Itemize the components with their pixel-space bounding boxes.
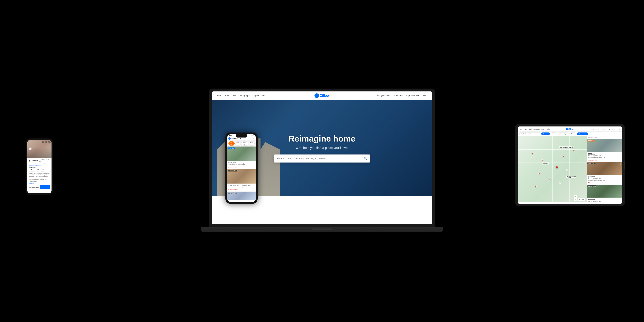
tablet-filter-row: 🔍 Portland, OR For sale Price Home type … (518, 132, 622, 136)
mobile-back-arrow[interactable]: ‹ (29, 148, 32, 150)
mobile-stat-num-0: 9 (29, 169, 34, 170)
mobile-heart-icon[interactable]: ♡ (44, 141, 47, 144)
mobile-share-icon[interactable]: ↑ (42, 141, 44, 144)
laptop-nav-mortgages[interactable]: Mortgages (240, 94, 250, 97)
laptop-nav-advertise[interactable]: Advertise (394, 94, 403, 97)
tablet-heart-icon-3[interactable]: ♡ (620, 186, 622, 188)
phone2-home-type-pill[interactable]: Home type (241, 141, 248, 146)
laptop-nav-help[interactable]: Help (422, 94, 427, 97)
phone2-days-badge-2: 1 day on Zillow (228, 170, 237, 172)
tablet-beds-1: 3 bd | 3 ba | 2,100 sqft (588, 155, 621, 156)
map-draw-button[interactable]: ✏ Draw (578, 198, 586, 201)
tab-agent[interactable]: Agent Finder (542, 128, 550, 130)
mobile-stats: 9 Days listed 5k Views 121 Saves (29, 169, 50, 172)
tablet-heart-icon-1[interactable]: ♡ (620, 140, 622, 142)
phone2-more-pill[interactable]: More (249, 141, 254, 146)
laptop-nav-buy[interactable]: Buy (217, 94, 220, 97)
tablet-body-content: Portland Government Island Happy Valley … (518, 136, 622, 202)
mobile-stat-days: 9 Days listed (29, 169, 34, 172)
mobile-stat-num-1: 5k (36, 169, 40, 170)
tablet-location-text[interactable]: Portland, OR (523, 133, 530, 134)
phone2-for-you-badge: FOR YOU (228, 148, 235, 149)
tablet-listing-img-2: 1 day on Zillow ♡ (587, 162, 622, 175)
tab-signin[interactable]: Sign in or Join (608, 128, 616, 130)
hero-search-button[interactable]: 🔍 (364, 157, 368, 160)
map-zoom-control[interactable]: + − (574, 195, 577, 201)
tab-rent[interactable]: Rent (524, 128, 527, 130)
mobile-stat-num-2: 121 (42, 169, 44, 170)
map-pin[interactable] (532, 153, 533, 154)
phone2-type-2: House for sale (228, 189, 238, 190)
tab-sell[interactable]: Sell (529, 128, 532, 130)
tablet-logo[interactable]: ⌃ Zillow (566, 128, 574, 130)
phone2-heart-2[interactable]: ♡ (254, 170, 255, 172)
phone2-address-2: 1065 Lowell St, Portland, OR (228, 186, 254, 188)
tablet-home-type-pill[interactable]: Home type (558, 132, 568, 135)
map-zoom-in[interactable]: + (574, 195, 577, 198)
phone2-listing-3[interactable]: 1 day on Zillow (227, 192, 256, 200)
laptop-logo[interactable]: ⌃ Zillow (314, 94, 330, 98)
tablet-home-button[interactable] (624, 161, 625, 169)
tablet-save-search-pill[interactable]: Save search (577, 132, 588, 135)
tab-buy[interactable]: Buy (520, 128, 522, 130)
hero-search-input[interactable] (276, 157, 364, 160)
mobile-summary-title: Summary (29, 167, 50, 168)
tablet-listing-card-1[interactable]: FOR YOU ♡ $320,000 3 bd | 3 ba | 2,100 s… (587, 140, 622, 162)
tablet-price-pill[interactable]: Price (551, 132, 558, 135)
map-pin[interactable] (542, 159, 544, 161)
tablet-listing-card-2[interactable]: 1 day on Zillow ♡ $280,000 3 bd | 2 ba |… (587, 162, 622, 185)
map-road (535, 136, 535, 202)
tablet-listing-card-3[interactable]: 1 day on Zillow ♡ $395,000 4 bd | 2 ba |… (587, 185, 622, 202)
phone2-time: 1:22 (229, 135, 232, 136)
mobile-price-row: $320,000 3 bd | 3 ba | 2,100 sqft (29, 159, 50, 162)
tablet-heart-icon-2[interactable]: ♡ (620, 163, 622, 165)
phone2-heart-1[interactable]: ♡ (254, 147, 255, 150)
phone2-price-pill[interactable]: Price (235, 141, 241, 146)
map-pin[interactable] (559, 182, 561, 184)
mobile-payment[interactable]: Est. payment: $1,535/mo (29, 164, 50, 166)
tab-mortgage[interactable]: Mortgage (534, 128, 540, 130)
map-pin[interactable] (566, 169, 568, 171)
phone2-signal: ▲◀▶ (251, 135, 254, 136)
mobile-ask-button[interactable]: Ask a question (29, 185, 39, 189)
tablet-more-pill[interactable]: More (570, 132, 576, 135)
phone2-listing-2[interactable]: 1 day on Zillow ♡ $280,000 3 bd | 2 ba |… (227, 169, 256, 192)
tablet-sort-row[interactable]: Sort by: Newest ▾ (587, 136, 622, 140)
map-pin[interactable] (549, 179, 550, 181)
tablet-price-2: $280,000 (588, 176, 621, 178)
tab-help[interactable]: Help (618, 128, 620, 130)
mobile-see-more[interactable]: See more (29, 183, 50, 184)
tablet-z-icon: ⌃ (566, 128, 568, 130)
hero-search-bar[interactable]: 🔍 (274, 154, 370, 162)
tablet-listing-info-1: $320,000 3 bd | 3 ba | 2,100 sqft 548 Gr… (587, 152, 622, 162)
laptop-nav-sell[interactable]: Sell (233, 94, 236, 97)
tablet-map[interactable]: Portland Government Island Happy Valley … (518, 136, 587, 202)
laptop-nav-list[interactable]: List your rental (377, 94, 391, 97)
tablet-location-search[interactable]: 🔍 Portland, OR (520, 132, 540, 135)
map-pin[interactable] (538, 172, 540, 174)
tab-list-rental[interactable]: List your rental (591, 128, 599, 130)
mobile-more-icon[interactable]: ••• (48, 141, 50, 144)
zillow-wordmark: Zillow (320, 94, 330, 98)
phone2-device: 1:22 ▲◀▶ ⌂ Portland, OR 🔍 For sale Price… (226, 132, 258, 204)
tab-advertise[interactable]: Advertise (601, 128, 606, 130)
mobile-sale-info: House for sale Zestimate: $335,000 (29, 162, 50, 164)
map-pin-selected[interactable] (556, 166, 558, 168)
laptop-nav-signin[interactable]: Sign in or Join (406, 94, 420, 97)
mobile-contact-button[interactable]: Contact agent (40, 185, 50, 189)
phone2-listing-1[interactable]: FOR YOU ♡ $320,000 3 bd | 3 ba | 2,100 s… (227, 146, 256, 169)
mobile-stat-label-0: Days listed (29, 170, 34, 172)
laptop-nav-rent[interactable]: Rent (224, 94, 229, 97)
tablet-type-1: House for sale (588, 160, 597, 161)
tablet-for-you-badge: FOR YOU (588, 140, 594, 142)
mobile-sale-dot (29, 162, 30, 164)
laptop-nav-agent[interactable]: Agent finder (254, 94, 265, 97)
map-zoom-out[interactable]: − (574, 198, 577, 201)
map-pin[interactable] (535, 186, 536, 187)
hero-content: Reimagine home We'll help you find a pla… (274, 134, 370, 162)
phone2-location[interactable]: Portland, OR (232, 138, 252, 140)
phone2-for-sale-pill[interactable]: For sale (228, 141, 234, 146)
mobile-type: House for sale (30, 162, 38, 164)
tablet-for-sale-pill[interactable]: For sale (541, 132, 550, 135)
phone2-search-icon[interactable]: 🔍 (252, 138, 254, 140)
